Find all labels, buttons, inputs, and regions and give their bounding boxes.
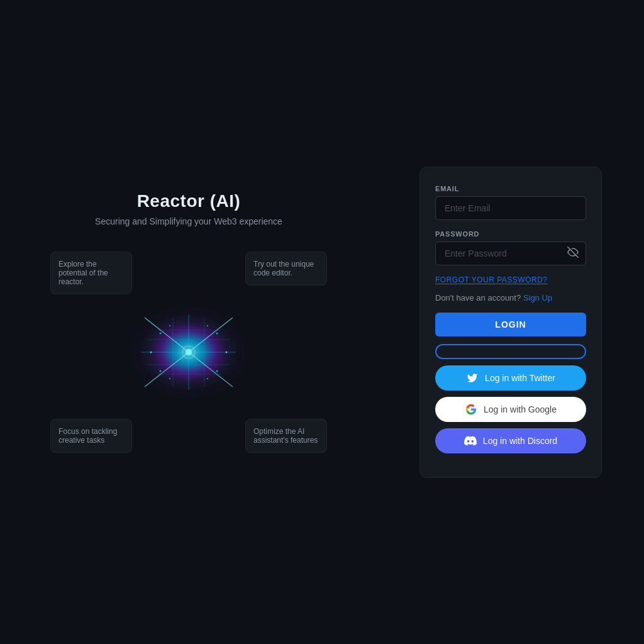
reactor-logo-svg (126, 302, 252, 402)
center-orb (126, 289, 252, 415)
left-panel: Reactor (AI) Securing and Simplifying yo… (0, 0, 377, 644)
twitter-login-button[interactable]: Log in with Twitter (435, 365, 586, 391)
google-login-button[interactable]: Log in with Google (435, 397, 586, 422)
oauth-placeholder-button[interactable] (435, 344, 586, 359)
password-label: PASSWORD (435, 230, 586, 238)
svg-point-23 (207, 378, 208, 379)
twitter-button-label: Log in with Twitter (485, 373, 555, 383)
discord-icon (464, 435, 477, 447)
feature-card-explore: Explore the potential of the reactor. (50, 252, 132, 294)
login-button[interactable]: LOGIN (435, 313, 586, 336)
password-input[interactable] (435, 242, 586, 265)
svg-point-15 (216, 333, 218, 335)
svg-point-19 (216, 370, 218, 372)
svg-point-21 (207, 325, 208, 326)
email-input-wrapper (435, 196, 586, 220)
toggle-password-icon[interactable] (567, 247, 579, 260)
email-label: EMAIL (435, 185, 586, 192)
svg-point-22 (169, 378, 170, 379)
login-card: EMAIL PASSWORD FORGOT YOUR PASSWORD? Don… (419, 167, 602, 478)
hero-area: Explore the potential of the reactor. Fo… (50, 252, 327, 453)
svg-point-17 (226, 352, 228, 353)
discord-button-label: Log in with Discord (483, 436, 557, 446)
right-panel: EMAIL PASSWORD FORGOT YOUR PASSWORD? Don… (377, 0, 644, 644)
signup-link[interactable]: Sign Up (523, 293, 552, 303)
google-icon (465, 403, 477, 416)
password-input-wrapper (435, 242, 586, 265)
app-subtitle: Securing and Simplifying your Web3 exper… (95, 216, 282, 226)
feature-card-focus: Focus on tackling creative tasks (50, 419, 132, 453)
email-input[interactable] (435, 196, 586, 220)
svg-point-14 (160, 333, 162, 335)
forgot-password-link[interactable]: FORGOT YOUR PASSWORD? (435, 275, 586, 284)
feature-card-editor: Try out the unique code editor. (245, 252, 327, 286)
feature-card-optimize: Optimize the AI assistant's features (245, 419, 327, 453)
no-account-section: Don't have an account? Sign Up (435, 293, 586, 303)
svg-point-18 (160, 370, 162, 372)
app-title: Reactor (AI) (137, 191, 241, 211)
svg-point-20 (169, 325, 170, 326)
discord-login-button[interactable]: Log in with Discord (435, 428, 586, 453)
google-button-label: Log in with Google (484, 404, 557, 414)
twitter-icon (466, 372, 479, 384)
svg-point-16 (150, 352, 152, 353)
svg-point-12 (186, 349, 192, 355)
